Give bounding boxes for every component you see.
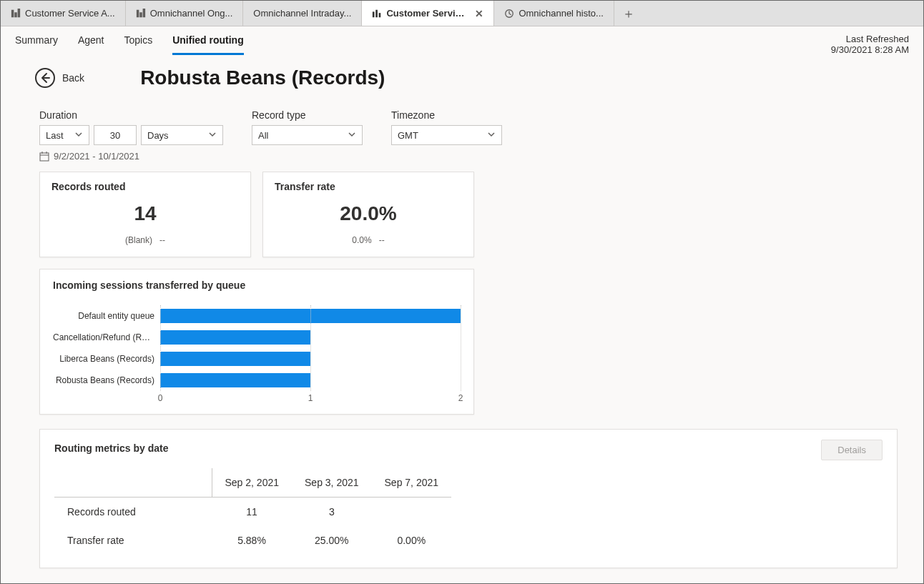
- nav-agent[interactable]: Agent: [78, 30, 104, 55]
- routing-metrics-table: Sep 2, 2021Sep 3, 2021Sep 7, 2021Records…: [54, 468, 451, 555]
- record-type-label: Record type: [252, 109, 363, 121]
- svg-rect-8: [379, 13, 381, 17]
- kpi-value: 20.0%: [275, 202, 462, 225]
- nav-summary[interactable]: Summary: [15, 30, 58, 55]
- kpi-sub-value: --: [159, 235, 165, 245]
- bar-row: Cancellation/Refund (Rec...: [53, 327, 461, 348]
- report-icon: [372, 9, 382, 19]
- axis-tick: 2: [458, 393, 463, 403]
- tab-omnichannel-ongoing[interactable]: Omnichannel Ong...: [126, 1, 244, 26]
- page-nav: Summary Agent Topics Unified routing: [15, 26, 244, 55]
- date-range-text: 9/2/2021 - 10/1/2021: [54, 151, 139, 162]
- svg-rect-7: [376, 9, 378, 17]
- duration-mode-dropdown[interactable]: Last: [39, 125, 89, 145]
- arrow-left-icon: [35, 68, 55, 88]
- metrics-cell: 3: [292, 498, 372, 527]
- svg-rect-1: [14, 12, 17, 17]
- chevron-down-icon: [348, 130, 356, 141]
- tab-label: Omnichannel Ong...: [150, 8, 233, 19]
- bar-label: Default entity queue: [53, 311, 160, 321]
- chevron-down-icon: [208, 130, 217, 141]
- chart-title: Incoming sessions transferred by queue: [53, 279, 461, 291]
- kpi-value: 14: [51, 202, 239, 225]
- details-button[interactable]: Details: [821, 440, 883, 460]
- app-tabbar: Customer Service A... Omnichannel Ong...…: [1, 1, 923, 26]
- kpi-title: Records routed: [51, 181, 239, 192]
- last-refreshed-label: Last Refreshed: [831, 34, 909, 44]
- duration-mode-value: Last: [46, 130, 64, 141]
- axis-tick: 1: [308, 393, 313, 403]
- chevron-down-icon: [487, 130, 496, 141]
- duration-count-input[interactable]: 30: [94, 125, 137, 145]
- back-label: Back: [62, 72, 84, 84]
- svg-rect-0: [11, 9, 14, 17]
- last-refreshed-value: 9/30/2021 8:28 AM: [831, 44, 909, 55]
- record-type-value: All: [258, 130, 268, 141]
- kpi-title: Transfer rate: [275, 181, 462, 192]
- nav-unified-routing[interactable]: Unified routing: [172, 30, 244, 55]
- metrics-col-header: Sep 7, 2021: [372, 468, 452, 498]
- timezone-value: GMT: [398, 130, 418, 141]
- metrics-row: Records routed113: [54, 498, 451, 527]
- kpi-records-routed: Records routed 14 (Blank) --: [39, 172, 251, 257]
- tab-omnichannel-historical[interactable]: Omnichannel histo...: [494, 1, 614, 26]
- duration-label: Duration: [39, 109, 223, 121]
- svg-rect-6: [373, 11, 375, 17]
- report-icon: [136, 9, 146, 19]
- bar-row: Liberca Beans (Records): [53, 348, 461, 370]
- bar-row: Robusta Beans (Records): [53, 370, 461, 391]
- kpi-sub-label: (Blank): [125, 235, 152, 245]
- metrics-cell: 11: [212, 498, 292, 527]
- record-type-dropdown[interactable]: All: [252, 125, 363, 145]
- svg-rect-2: [18, 9, 21, 17]
- last-refreshed: Last Refreshed 9/30/2021 8:28 AM: [831, 26, 909, 55]
- timezone-dropdown[interactable]: GMT: [391, 125, 502, 145]
- tab-label: Omnichannel Intraday...: [253, 8, 351, 19]
- bar-fill: [160, 352, 310, 366]
- kpi-sub-label: 0.0%: [352, 235, 371, 245]
- bar-row: Default entity queue: [53, 305, 461, 327]
- back-button[interactable]: Back: [35, 68, 84, 88]
- new-tab-button[interactable]: ＋: [614, 1, 643, 26]
- tab-customer-service-historical[interactable]: Customer Service historic... ✕: [362, 1, 494, 26]
- metrics-cell: 0.00%: [372, 526, 452, 555]
- history-icon: [504, 9, 514, 19]
- date-range: 9/2/2021 - 10/1/2021: [39, 151, 903, 162]
- svg-rect-5: [142, 9, 145, 17]
- tab-omnichannel-intraday[interactable]: Omnichannel Intraday...: [243, 1, 362, 26]
- bar-label: Robusta Beans (Records): [53, 375, 160, 385]
- calendar-icon: [39, 152, 49, 162]
- tab-label: Customer Service historic...: [386, 8, 468, 19]
- kpi-transfer-rate: Transfer rate 20.0% 0.0% --: [262, 172, 474, 257]
- timezone-label: Timezone: [391, 109, 502, 121]
- svg-rect-10: [40, 153, 49, 161]
- routing-metrics-card: Routing metrics by date Details Sep 2, 2…: [39, 429, 898, 568]
- nav-topics[interactable]: Topics: [124, 30, 153, 55]
- svg-rect-3: [137, 9, 139, 17]
- metrics-cell: 25.00%: [292, 526, 372, 555]
- metrics-row-label: Records routed: [54, 498, 212, 527]
- duration-unit-dropdown[interactable]: Days: [141, 125, 223, 145]
- tab-label: Omnichannel histo...: [518, 8, 604, 19]
- chart-sessions-by-queue: Incoming sessions transferred by queue D…: [39, 269, 474, 415]
- metrics-row: Transfer rate5.88%25.00%0.00%: [54, 526, 451, 555]
- duration-count-value: 30: [110, 130, 120, 141]
- page-title: Robusta Beans (Records): [140, 66, 385, 89]
- report-icon: [11, 9, 21, 19]
- duration-unit-value: Days: [147, 130, 169, 141]
- metrics-cell: 5.88%: [212, 526, 292, 555]
- svg-rect-4: [139, 12, 142, 17]
- chevron-down-icon: [74, 130, 83, 141]
- bar-label: Cancellation/Refund (Rec...: [53, 332, 160, 342]
- tab-customer-service-a[interactable]: Customer Service A...: [1, 1, 126, 26]
- tab-label: Customer Service A...: [25, 8, 115, 19]
- axis-tick: 0: [158, 393, 163, 403]
- metrics-cell: [372, 498, 452, 527]
- metrics-col-header: Sep 3, 2021: [292, 468, 372, 498]
- bar-fill: [160, 373, 310, 387]
- bar-fill: [160, 330, 310, 345]
- bar-label: Liberca Beans (Records): [53, 354, 160, 364]
- kpi-sub-value: --: [379, 235, 385, 245]
- metrics-col-header: Sep 2, 2021: [212, 468, 292, 498]
- close-icon[interactable]: ✕: [475, 8, 483, 19]
